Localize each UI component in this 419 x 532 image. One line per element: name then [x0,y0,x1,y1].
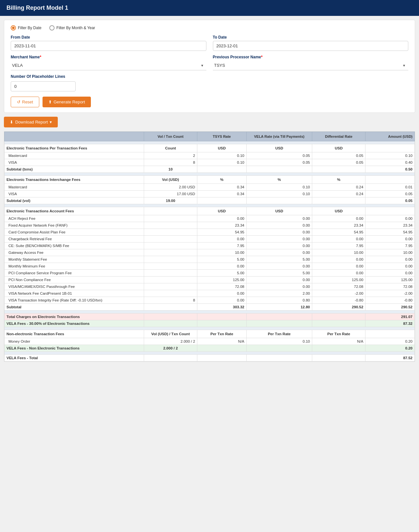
s3-r8-label: Monthly Minimum Fee [5,263,144,270]
s2-row2-vol: 17.00 USD [144,191,197,197]
s1-row1-label: Mastercard [5,152,144,159]
download-button[interactable]: ⬇ Download Report ▾ [4,117,58,127]
s3-r5-vol [144,242,197,249]
filter-date-label: Filter By Date [18,26,42,30]
page-header: Billing Report Model 1 [0,0,419,16]
filter-by-date-radio[interactable]: Filter By Date [11,25,42,30]
s2-subtotal-vol: 19.00 [144,197,197,204]
s3-r6-tsys: 10.00 [197,249,247,256]
s2-subtotal-diff [312,197,365,204]
s3-r11-vela: 0.00 [246,283,312,290]
s1-row1-vol: 2 [144,152,197,159]
s2-row1-diff: 0.24 [312,184,365,191]
from-date-input[interactable] [11,41,206,51]
s1-subtotal-tsys [197,166,247,173]
s3-r12-vela: 2.00 [246,290,312,297]
s4-subtotal-tsys [197,345,247,352]
section4-subtotal: VELA Fees - Non Electronic Transactions … [5,345,415,352]
section1-sub-vela: USD [246,144,312,152]
s2-row2-vela: 0.10 [246,191,312,197]
vela-fees-electronic-label: VELA Fees - 30.00% of Electronic Transac… [5,320,144,327]
s3-subtotal-vol [144,304,197,311]
s3-r3-tsys: 54.95 [197,229,247,236]
table-row: VISA/MC/AMEX/DISC Passthrough Fee 72.08 … [5,283,415,290]
download-icon: ⬇ [10,120,13,124]
section3-sub-vela: USD [246,207,312,215]
s2-row1-vol: 2.00 USD [144,184,197,191]
placeholder-input[interactable] [11,81,76,91]
s3-r4-vela: 0.00 [246,236,312,242]
s3-r11-vol [144,283,197,290]
s1-row2-diff: 0.05 [312,159,365,166]
s3-r13-vol: 8 [144,297,197,304]
s3-r9-tsys: 5.00 [197,270,247,277]
merchant-select-wrapper: VELA [11,61,206,70]
s3-r13-vela: 0.80 [246,297,312,304]
s1-row1-diff: 0.05 [312,152,365,159]
s2-row1-vela: 0.10 [246,184,312,191]
s3-r3-vela: 0.00 [246,229,312,236]
s3-r2-amount: 23.34 [365,222,415,229]
download-chevron-icon: ▾ [50,120,52,124]
section2-title: Electronic Transactions Interchange Fees [5,176,144,184]
s3-r4-amount: 0.00 [365,236,415,242]
merchant-select[interactable]: VELA [11,61,206,70]
total-charges-diff [312,313,365,320]
section3-sub-diff: USD [312,207,365,215]
s3-r2-diff: 23.34 [312,222,365,229]
generate-label: Generate Report [54,100,85,104]
processor-label: Previous Processor Name* [213,55,409,59]
filter-month-label: Filter By Month & Year [56,26,95,30]
spacer-row-5 [5,327,415,330]
section4-sub-diff: Per Txn Rate [312,330,365,338]
s2-subtotal-vela [246,197,312,204]
s3-r8-tsys: 0.00 [197,263,247,270]
s2-row2-label: VISA [5,191,144,197]
s3-r2-vol [144,222,197,229]
table-row: CE: Suite (BENCHMARK) S/MB Fee 7.95 0.00… [5,242,415,249]
s2-row1-label: Mastercard [5,184,144,191]
s3-r7-amount: 0.00 [365,256,415,263]
report-table-container: Vol / Txn Count TSYS Rate VELA Rate (via… [4,131,415,362]
filter-month-circle [49,25,55,30]
s3-r6-amount: 10.00 [365,249,415,256]
s3-r4-vol [144,236,197,242]
s2-subtotal-tsys [197,197,247,204]
s3-r5-diff: 7.95 [312,242,365,249]
table-header-row: Vol / Txn Count TSYS Rate VELA Rate (via… [5,132,415,141]
section3-title: Electronic Transactions Account Fees [5,207,144,215]
filter-panel: Filter By Date Filter By Month & Year Fr… [4,20,415,113]
s1-subtotal-amount: 0.50 [365,166,415,173]
s1-row2-vol: 8 [144,159,197,166]
s3-subtotal-label: Subtotal [5,304,144,311]
processor-select[interactable]: TSYS [213,61,409,70]
s3-r4-label: Chargeback Retrieval Fee [5,236,144,242]
s2-row1-amount: 0.01 [365,184,415,191]
spacer-row-1 [5,141,415,144]
s3-r10-vela: 0.00 [246,277,312,283]
to-date-input[interactable] [213,41,409,51]
vela-fees-electronic-diff [312,320,365,327]
table-row: Mastercard 2 0.10 0.05 0.05 0.10 [5,152,415,159]
s3-r1-amount: 0.00 [365,215,415,222]
s3-r4-tsys: 0.00 [197,236,247,242]
table-row: Monthly Minimum Fee 0.00 0.00 0.00 0.00 [5,263,415,270]
vela-fees-electronic-row: VELA Fees - 30.00% of Electronic Transac… [5,320,415,327]
header-amount: Amount (USD) [365,132,415,141]
s4-subtotal-vol: 2.000 / 2 [144,345,197,352]
section2-sub-tsys: % [197,176,247,184]
section3-sub-amount [365,207,415,215]
reset-button[interactable]: ↺ Reset [11,97,39,107]
section2-sub-diff: % [312,176,365,184]
s2-row2-amount: 0.05 [365,191,415,197]
filter-type-group: Filter By Date Filter By Month & Year [11,25,408,30]
s2-row2-diff: 0.24 [312,191,365,197]
generate-icon: ⬆ [48,100,52,104]
vela-fees-electronic-vol [144,320,197,327]
filter-by-month-radio[interactable]: Filter By Month & Year [49,25,95,30]
s1-row1-amount: 0.10 [365,152,415,159]
s1-row1-vela: 0.05 [246,152,312,159]
generate-button[interactable]: ⬆ Generate Report [43,97,91,107]
table-row: PCI Non Compliance Fee 125.00 0.00 125.0… [5,277,415,283]
s1-row2-vela: 0.05 [246,159,312,166]
